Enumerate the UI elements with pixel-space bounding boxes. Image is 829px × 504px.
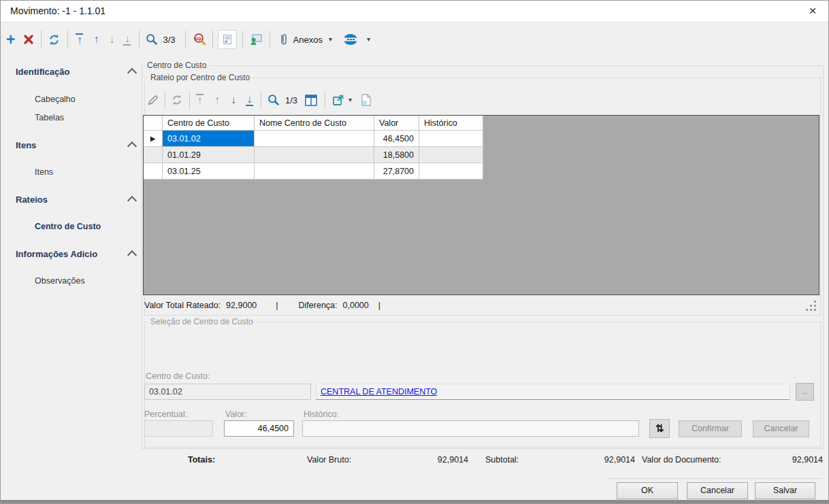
delete-icon[interactable] [23, 34, 34, 45]
cell-valor[interactable]: 27,8700 [374, 163, 419, 180]
record-position: 3/3 [163, 35, 175, 45]
ok-button[interactable]: OK [617, 482, 678, 499]
main-toolbar: + ↑ ↑ ↓ ↓ 3/3 SQL Anexo [1, 22, 828, 56]
title-bar: Movimento: -1 - 1.1.01 × [1, 1, 828, 22]
cell-centro[interactable]: 03.01.02 [163, 131, 255, 147]
rateio-grid-area: Centro de Custo Nome Centro de Custo Val… [143, 115, 819, 295]
grid-last-row-icon[interactable]: ↓ [246, 94, 253, 106]
paperclip-icon[interactable] [279, 33, 289, 46]
row-selector[interactable] [144, 163, 163, 180]
chevron-up-icon[interactable] [127, 68, 137, 78]
total-rateado-value: 92,9000 [226, 301, 257, 310]
process-monitor-icon[interactable] [249, 33, 263, 46]
col-header-centro-de-custo[interactable]: Centro de Custo [163, 116, 255, 131]
resize-grip[interactable] [807, 301, 817, 312]
percentual-input[interactable] [144, 420, 213, 437]
cell-nome[interactable] [255, 147, 374, 163]
footer-separator [608, 478, 822, 479]
percentual-label: Percentual: [144, 409, 187, 419]
cancelar-selection-button[interactable]: Cancelar [753, 420, 809, 437]
print-caret-icon[interactable]: ▾ [367, 36, 370, 43]
salvar-button[interactable]: Salvar [755, 482, 815, 499]
cell-valor[interactable]: 46,4500 [374, 131, 419, 147]
new-document-icon[interactable] [361, 94, 371, 106]
centro-de-custo-group-label: Centro de Custo [144, 61, 209, 70]
grid-search-icon[interactable] [267, 94, 280, 106]
rateio-grid: Centro de Custo Nome Centro de Custo Val… [144, 116, 483, 180]
add-icon[interactable]: + [6, 32, 15, 48]
cell-valor[interactable]: 18,5800 [374, 147, 419, 163]
previous-record-icon[interactable]: ↑ [93, 34, 99, 45]
grid-refresh-icon[interactable] [171, 94, 183, 106]
valor-documento-label: Valor do Documento: [642, 455, 721, 465]
cell-nome[interactable] [255, 131, 374, 147]
grid-next-row-icon[interactable]: ↓ [231, 95, 236, 105]
total-rateado-label: Valor Total Rateado: [144, 301, 221, 310]
rateio-status-bar: Valor Total Rateado: 92,9000 | Diferença… [144, 298, 811, 313]
grid-first-row-icon[interactable]: ↑ [196, 94, 204, 106]
movimento-window: Movimento: -1 - 1.1.01 × + ↑ ↑ ↓ ↓ 3/3 S… [0, 0, 829, 504]
export-caret-icon[interactable]: ▾ [348, 97, 352, 103]
chevron-up-icon[interactable] [127, 196, 137, 205]
report-script-icon[interactable] [218, 30, 237, 49]
anexos-label[interactable]: Anexos [293, 35, 323, 45]
col-header-nome-centro-de-custo[interactable]: Nome Centro de Custo [255, 116, 374, 131]
centro-de-custo-input[interactable]: 03.01.02 [144, 384, 311, 400]
edit-pencil-icon[interactable] [147, 95, 159, 106]
centro-nome-link[interactable]: CENTRAL DE ATENDIMENTO [321, 387, 437, 397]
cell-historico[interactable] [419, 147, 483, 163]
sidebar-item-observacoes[interactable]: Observações [35, 276, 85, 286]
swap-values-button[interactable]: ⇅ [649, 419, 670, 438]
anexos-caret-icon[interactable]: ▾ [329, 36, 332, 43]
sidebar-section-itens[interactable]: Itens [16, 140, 36, 150]
sql-search-icon[interactable]: SQL [193, 33, 206, 46]
chevron-up-icon[interactable] [127, 250, 137, 260]
cell-historico[interactable] [419, 131, 483, 147]
browse-button[interactable]: ... [796, 383, 814, 401]
historico-label: Histórico: [304, 409, 339, 419]
centro-de-custo-field-label: Centro de Custo: [146, 371, 210, 381]
status-separator: | [378, 301, 380, 310]
grid-toolbar: ↑ ↑ ↓ ↓ 1/3 ▾ [147, 88, 760, 112]
diferenca-label: Diferença: [299, 301, 338, 310]
cancelar-button[interactable]: Cancelar [687, 482, 748, 499]
col-header-valor[interactable]: Valor [374, 116, 419, 131]
historico-input[interactable] [302, 420, 639, 437]
refresh-icon[interactable] [48, 33, 61, 46]
svg-text:SQL: SQL [195, 37, 203, 41]
col-header-historico[interactable]: Histórico [419, 116, 483, 131]
cell-nome[interactable] [255, 163, 374, 180]
subtotal-label: Subtotal: [485, 455, 519, 465]
grid-corner-cell [144, 116, 163, 131]
last-record-icon[interactable]: ↓ [123, 33, 131, 46]
valor-documento-value: 92,9014 [741, 455, 823, 465]
first-record-icon[interactable]: ↑ [76, 33, 83, 46]
search-icon[interactable] [146, 33, 158, 46]
row-selector[interactable] [144, 147, 163, 163]
sidebar-item-centro-de-custo[interactable]: Centro de Custo [35, 222, 101, 231]
close-icon[interactable]: × [797, 1, 828, 22]
chevron-up-icon[interactable] [127, 141, 137, 151]
sidebar-section-informacoes-adicionais[interactable]: Informações Adicio [16, 249, 97, 259]
sidebar-item-tabelas[interactable]: Tabelas [35, 113, 64, 122]
column-chooser-icon[interactable] [305, 95, 317, 106]
row-selector[interactable]: ▶ [144, 131, 163, 147]
valor-input[interactable]: 46,4500 [224, 420, 294, 437]
export-icon[interactable] [332, 94, 344, 106]
confirmar-button[interactable]: Confirmar [679, 420, 742, 437]
diferenca-value: 0,0000 [343, 301, 369, 310]
cell-centro[interactable]: 01.01.29 [163, 147, 255, 163]
sidebar-item-cabecalho[interactable]: Cabeçalho [35, 95, 76, 104]
next-record-icon[interactable]: ↓ [109, 34, 114, 45]
cell-historico[interactable] [419, 163, 483, 180]
sidebar-section-rateios[interactable]: Rateios [16, 195, 48, 205]
cell-centro[interactable]: 03.01.25 [163, 163, 255, 180]
window-title: Movimento: -1 - 1.1.01 [10, 1, 105, 22]
centro-nome-field: CENTRAL DE ATENDIMENTO [316, 384, 790, 400]
grid-previous-row-icon[interactable]: ↑ [214, 95, 220, 105]
valor-bruto-value: 92,9014 [387, 455, 468, 465]
totais-label: Totais: [188, 455, 215, 465]
print-export-icon[interactable] [343, 33, 358, 46]
sidebar-item-itens[interactable]: Itens [35, 167, 53, 177]
sidebar-section-identificacao[interactable]: Identificação [16, 67, 69, 77]
